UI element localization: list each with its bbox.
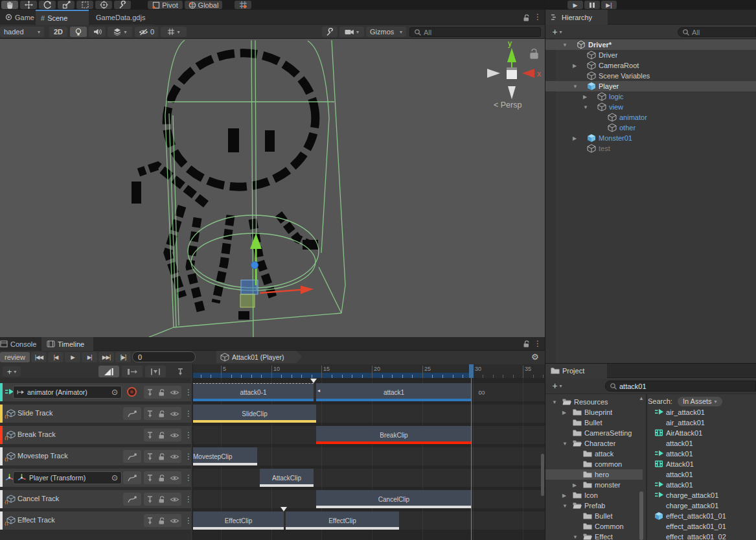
project-tree-scrollbar-thumb[interactable]: [639, 491, 643, 540]
project-folder-attack[interactable]: attack: [545, 449, 643, 459]
timeline-clip[interactable]: EffectClip: [286, 511, 399, 530]
timeline-scrollbar-thumb[interactable]: [541, 454, 544, 496]
eye-toggle-icon[interactable]: [170, 475, 179, 482]
eye-toggle-icon[interactable]: [170, 496, 179, 503]
project-folder-character[interactable]: ▼Character: [545, 438, 643, 449]
custom-tool-button[interactable]: [114, 1, 131, 9]
timeline-track-header[interactable]: {}Movestep Track⋮: [0, 447, 191, 465]
playhead-line[interactable]: [471, 364, 472, 540]
timeline-clip[interactable]: BreakClip: [316, 426, 472, 444]
tab-gamedata[interactable]: GameData.gdjs: [91, 10, 154, 25]
hidden-objects-button[interactable]: 0: [135, 27, 158, 37]
timeline-clip[interactable]: CancelClip: [316, 490, 472, 508]
viewcube-y-cone-icon[interactable]: [507, 48, 516, 62]
eye-toggle-icon[interactable]: [170, 410, 179, 417]
project-folder-bullet[interactable]: Bullet: [545, 511, 643, 521]
pin-toggle-icon[interactable]: [146, 474, 154, 482]
hierarchy-search-input[interactable]: All: [678, 27, 756, 37]
eye-toggle-icon[interactable]: [170, 432, 179, 439]
project-result-item[interactable]: charge_attack01: [648, 490, 756, 500]
curves-toggle-button[interactable]: [123, 450, 141, 463]
viewcube-lock-icon[interactable]: [531, 49, 538, 58]
timeline-clip-lanes[interactable]: attack0-1attack1◂SlideClipBreakClipMoves…: [192, 378, 545, 540]
project-result-item[interactable]: effect_attack01_02: [648, 532, 756, 540]
timeline-track-header[interactable]: {}Slide Track⋮: [0, 405, 191, 423]
play-preview-button[interactable]: ▶: [65, 352, 80, 362]
2d-toggle-button[interactable]: 2D: [49, 27, 67, 37]
timeline-panel-lock-icon[interactable]: [522, 340, 531, 348]
viewcube-center-cube[interactable]: [507, 70, 517, 79]
shading-mode-dropdown[interactable]: haded▾: [0, 27, 44, 37]
project-result-item[interactable]: attack01: [648, 480, 756, 490]
track-menu-icon[interactable]: ⋮: [185, 516, 192, 525]
tab-timeline[interactable]: Timeline: [41, 337, 93, 351]
rect-tool-button[interactable]: [76, 1, 93, 9]
scene-camera-dropdown[interactable]: ▾: [339, 27, 364, 37]
viewcube-x-cone-icon[interactable]: [522, 69, 534, 78]
grid-visibility-dropdown[interactable]: ▾: [161, 27, 187, 37]
lock-toggle-icon[interactable]: [157, 495, 166, 504]
timeline-ruler[interactable]: 5101520253035: [192, 364, 545, 378]
foldout-closed-icon[interactable]: ▶: [562, 493, 569, 499]
step-button[interactable]: ▶|: [601, 1, 617, 9]
timeline-breadcrumb[interactable]: Attack01 (Player): [216, 351, 302, 363]
track-menu-icon[interactable]: ⋮: [185, 473, 192, 482]
pin-toggle-icon[interactable]: [146, 452, 154, 461]
foldout-closed-icon[interactable]: ▶: [573, 63, 579, 69]
hierarchy-item-driver[interactable]: Driver: [545, 50, 756, 60]
object-picker-icon[interactable]: ⊙: [111, 388, 118, 397]
object-picker-icon[interactable]: ⊙: [111, 473, 118, 482]
curves-toggle-button[interactable]: [123, 407, 141, 420]
viewcube-left-cone-icon[interactable]: [487, 69, 500, 78]
timeline-marker-icon[interactable]: [310, 379, 317, 383]
project-folder-common[interactable]: Common: [545, 521, 643, 532]
lock-toggle-icon[interactable]: [157, 388, 166, 397]
audio-toggle-button[interactable]: [89, 27, 106, 37]
timeline-track-header[interactable]: Player (Transform)⊙⋮: [0, 469, 191, 487]
project-folder-resources[interactable]: ▼Resources: [545, 397, 643, 407]
project-tree-scroll-up-icon[interactable]: ▲: [639, 395, 644, 401]
gizmo-x-arrowhead-icon[interactable]: [301, 286, 314, 294]
project-result-item[interactable]: effect_attack01_01: [648, 521, 756, 532]
timeline-settings-gear-icon[interactable]: ⚙: [531, 352, 539, 362]
timeline-clip[interactable]: EffectClip: [193, 511, 284, 530]
record-button[interactable]: [127, 387, 137, 397]
lock-toggle-icon[interactable]: [157, 452, 166, 461]
tab-hierarchy[interactable]: Hierarchy: [545, 10, 608, 25]
go-to-end-button[interactable]: ▶▶|: [98, 352, 114, 362]
timeline-clip[interactable]: MovestepClip: [193, 447, 257, 465]
timeline-track-header[interactable]: {}Cancel Track⋮: [0, 490, 191, 508]
tab-console[interactable]: Console: [0, 337, 40, 351]
preview-toggle-button[interactable]: review: [0, 352, 30, 362]
timeline-track-header[interactable]: animator (Animator)⊙⋮: [0, 383, 191, 401]
lock-toggle-icon[interactable]: [157, 410, 166, 418]
foldout-open-icon[interactable]: ▼: [562, 42, 569, 48]
timeline-clip[interactable]: attack0-1: [193, 383, 314, 401]
play-range-button[interactable]: [▶]: [115, 352, 131, 362]
project-pane-divider[interactable]: [646, 394, 647, 540]
project-folder-prefab[interactable]: ▼Prefab: [545, 500, 643, 511]
project-result-item[interactable]: attack01: [648, 438, 756, 449]
orientation-gizmo[interactable]: y x: [487, 39, 541, 99]
foldout-open-icon[interactable]: ▼: [562, 441, 569, 447]
gizmo-plane-handle-xz[interactable]: [240, 294, 255, 307]
scene-panel-lock-icon[interactable]: [522, 14, 531, 22]
lock-toggle-icon[interactable]: [157, 517, 166, 525]
project-result-item[interactable]: attack01: [648, 449, 756, 459]
foldout-open-icon[interactable]: ▼: [583, 104, 590, 110]
timeline-panel-menu-icon[interactable]: ⋮: [534, 339, 542, 348]
curves-toggle-button[interactable]: [123, 493, 141, 506]
perspective-label[interactable]: < Persp: [494, 100, 521, 110]
scene-search-input[interactable]: All: [409, 27, 541, 37]
timeline-track-lane[interactable]: [193, 469, 545, 487]
scene-panel-menu-icon[interactable]: ⋮: [534, 12, 542, 21]
project-folder-monster[interactable]: ▶monster: [545, 480, 643, 490]
hierarchy-item-logic[interactable]: ▶logic: [545, 91, 756, 102]
add-marker-button[interactable]: [172, 366, 188, 377]
pause-button[interactable]: [584, 1, 600, 9]
project-folder-bullet[interactable]: Bullet: [545, 417, 643, 428]
previous-frame-button[interactable]: |◀: [48, 352, 63, 362]
gizmo-center-dot[interactable]: [251, 262, 258, 269]
replace-mode-button[interactable]: [145, 366, 166, 377]
hierarchy-item-scene-variables[interactable]: Scene Variables: [545, 71, 756, 81]
